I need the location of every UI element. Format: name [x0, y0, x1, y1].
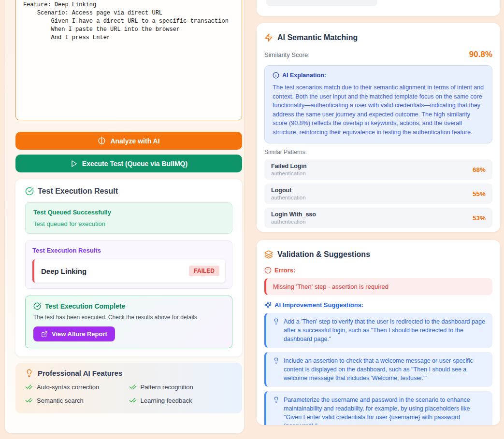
sparkles-icon: [264, 301, 272, 309]
pattern-category: authentication: [271, 219, 316, 225]
external-link-icon: [41, 331, 48, 338]
feature-item: Learning feedback: [129, 397, 233, 404]
feature-item: Pattern recognition: [129, 383, 233, 391]
suggestion-item: Include an assertion to check that a wel…: [264, 352, 492, 387]
allure-button-label: View Allure Report: [52, 330, 107, 338]
feature-label: Pattern recognition: [141, 383, 193, 391]
pattern-category: authentication: [271, 170, 307, 176]
view-allure-report-button[interactable]: View Allure Report: [33, 326, 115, 341]
queued-success-alert: Test Queued Successfully Test queued for…: [25, 202, 232, 234]
zap-icon: [264, 33, 273, 42]
pattern-row: Login With_sso authentication 53%: [264, 208, 492, 228]
alert-circle-icon: [264, 267, 272, 274]
feature-item: Auto-syntax correction: [25, 383, 129, 391]
check-circle-icon: [25, 187, 34, 196]
test-result-row: Deep Linking FAILED: [32, 259, 225, 283]
similarity-score-value: 90.8%: [469, 50, 492, 59]
ai-explanation-text: The test scenarios match due to their se…: [273, 83, 484, 137]
lightbulb-icon: [25, 369, 33, 377]
feature-label: Semantic search: [37, 397, 84, 404]
check-check-icon: [25, 383, 33, 391]
brain-icon: [98, 137, 106, 145]
queued-title: Test Queued Successfully: [33, 209, 224, 216]
execute-test-button[interactable]: Execute Test (Queue via BullMQ): [15, 155, 242, 172]
pattern-score: 55%: [473, 190, 486, 198]
lightbulb-icon: [273, 357, 279, 364]
disabled-control-placeholder[interactable]: [266, 0, 377, 6]
suggestions-label: AI Improvement Suggestions:: [274, 301, 363, 309]
play-icon: [70, 160, 78, 168]
check-check-icon: [25, 397, 33, 404]
similarity-score-row: Similarity Score: 90.8%: [264, 50, 492, 59]
test-execution-result-card: Test Execution Result Test Queued Succes…: [15, 179, 242, 356]
result-card-title: Test Execution Result: [38, 187, 118, 196]
pattern-name: Failed Login: [271, 163, 307, 170]
validation-suggestions-card: Validation & Suggestions Errors: Missing…: [257, 240, 500, 425]
pattern-category: authentication: [271, 195, 306, 200]
error-message: Missing 'Then' step - assertion is requi…: [264, 278, 492, 295]
semantic-card-title: AI Semantic Matching: [277, 33, 358, 42]
ai-semantic-matching-card: AI Semantic Matching Similarity Score: 9…: [257, 23, 500, 232]
status-badge: FAILED: [189, 266, 219, 276]
lightbulb-icon: [273, 397, 279, 403]
suggestion-text: Add a 'Then' step to verify that the use…: [284, 317, 486, 343]
suggestion-text: Include an assertion to check that a wel…: [284, 356, 486, 382]
pattern-score: 53%: [473, 214, 486, 222]
execution-results-box: Test Execution Results Deep Linking FAIL…: [25, 241, 232, 289]
top-partial-card: [257, 0, 500, 16]
check-circle-icon: [33, 302, 41, 310]
validation-card-title: Validation & Suggestions: [277, 250, 370, 259]
pattern-row: Failed Login authentication 68%: [264, 159, 492, 180]
suggestion-text: Parameterize the username and password i…: [284, 396, 486, 425]
queued-message: Test queued for execution: [33, 220, 224, 227]
info-icon: [273, 72, 279, 79]
layers-icon: [264, 250, 273, 259]
pattern-name: Login With_sso: [271, 211, 316, 218]
pattern-row: Logout authentication 55%: [264, 184, 492, 204]
similar-patterns-label: Similar Patterns:: [264, 149, 492, 156]
analyze-button-label: Analyze with AI: [110, 137, 159, 145]
lightbulb-icon: [273, 318, 279, 325]
test-builder-panel: Feature: Deep Linking Scenario: Access p…: [5, 0, 244, 433]
result-card-heading: Test Execution Result: [25, 187, 232, 196]
analyze-with-ai-button[interactable]: Analyze with AI: [15, 132, 242, 150]
execution-results-label: Test Execution Results: [32, 247, 225, 254]
execution-complete-box: Test Execution Complete The test has bee…: [25, 296, 232, 348]
pattern-score: 68%: [473, 166, 486, 173]
feature-label: Auto-syntax correction: [37, 383, 99, 391]
pattern-name: Logout: [271, 187, 306, 194]
suggestion-item: Add a 'Then' step to verify that the use…: [264, 313, 492, 348]
complete-title: Test Execution Complete: [45, 302, 125, 310]
features-grid: Auto-syntax correction Pattern recogniti…: [25, 383, 232, 404]
suggestion-item: Parameterize the username and password i…: [264, 391, 492, 425]
gherkin-editor[interactable]: Feature: Deep Linking Scenario: Access p…: [15, 0, 242, 120]
feature-label: Learning feedback: [141, 397, 192, 404]
complete-message: The test has been executed. Check the re…: [33, 314, 224, 321]
features-title: Professional AI Features: [38, 369, 122, 377]
feature-item: Semantic search: [25, 397, 129, 404]
test-name: Deep Linking: [41, 267, 86, 275]
similarity-score-label: Similarity Score:: [264, 51, 310, 58]
ai-explanation-box: AI Explanation: The test scenarios match…: [264, 65, 492, 143]
errors-label: Errors:: [274, 267, 295, 274]
ai-explanation-title: AI Explanation:: [282, 72, 326, 79]
check-check-icon: [129, 383, 137, 391]
execute-button-label: Execute Test (Queue via BullMQ): [82, 160, 187, 168]
professional-ai-features-card: Professional AI Features Auto-syntax cor…: [15, 363, 242, 413]
check-check-icon: [129, 397, 137, 404]
